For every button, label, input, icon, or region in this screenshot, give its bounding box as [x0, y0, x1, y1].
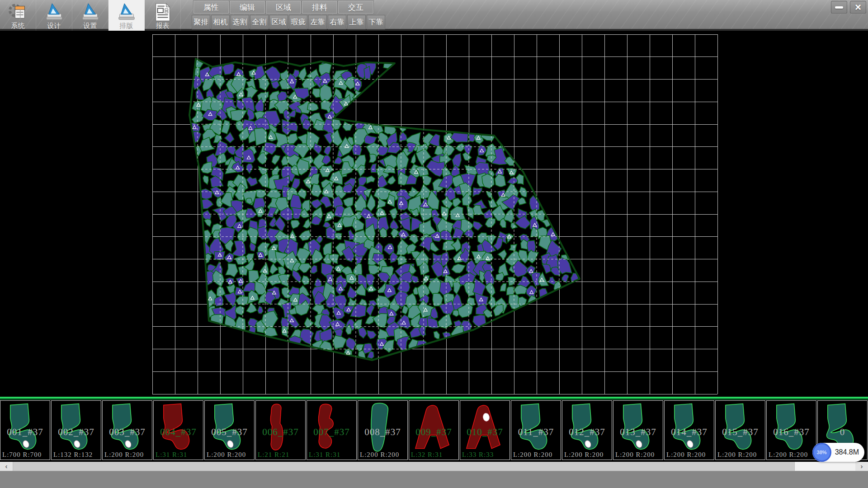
app-button-2[interactable]: 设计	[36, 0, 72, 31]
part-thumbnail-10[interactable]: 010_#37L:33 R:33	[460, 400, 510, 460]
part-thumbnail-1[interactable]: 001_#37L:700 R:700	[0, 400, 50, 460]
app-button-label: 系统	[11, 22, 25, 30]
part-shape-icon	[358, 401, 407, 460]
part-thumbnail-15[interactable]: 015_#37L:200 R:200	[715, 400, 765, 460]
window-controls: ×	[831, 1, 866, 14]
part-shape-icon	[103, 401, 152, 460]
part-thumbnail-9[interactable]: 009_#37L:32 R:31	[409, 400, 459, 460]
part-thumbnail-12[interactable]: 012_#37L:200 R:200	[562, 400, 612, 460]
menu-tab-2[interactable]: 编辑	[230, 1, 265, 14]
scrollbar-track[interactable]	[795, 462, 855, 471]
memory-usage: 384.8M	[835, 448, 859, 456]
progress-badge[interactable]: 38% 384.8M	[812, 443, 864, 462]
nesting-layout-drawing[interactable]	[0, 33, 868, 397]
tool-button-7[interactable]: 左靠	[308, 15, 327, 29]
menu-tab-4[interactable]: 排料	[302, 1, 337, 14]
tool-button-3[interactable]: 选割	[231, 15, 249, 29]
part-shape-icon	[205, 401, 254, 460]
app-button-label: 排版	[120, 22, 133, 30]
tool-button-10[interactable]: 下靠	[367, 15, 385, 29]
app-button-3[interactable]: 设置	[72, 0, 108, 31]
part-shape-icon	[767, 401, 816, 460]
part-thumbnail-13[interactable]: 013_#37L:200 R:200	[613, 400, 663, 460]
tool-button-9[interactable]: 上靠	[347, 15, 366, 29]
part-thumbnail-14[interactable]: 014_#37L:200 R:200	[664, 400, 714, 460]
part-shape-icon	[665, 401, 714, 460]
app-launcher: 系统设计设置排版报表	[0, 0, 181, 31]
part-thumbnail-7[interactable]: 007_#37L:31 R:31	[307, 400, 357, 460]
parts-list: 001_#37L:700 R:700002_#37L:132 R:132003_…	[0, 399, 868, 462]
nesting-canvas[interactable]	[0, 33, 868, 397]
app-button-label: 报表	[156, 22, 170, 30]
minimize-button[interactable]	[831, 1, 847, 14]
progress-circle: 38%	[812, 443, 831, 462]
app-button-5[interactable]: 报表	[145, 0, 181, 31]
app-button-label: 设置	[84, 22, 97, 30]
status-bar	[0, 471, 868, 488]
tool-button-1[interactable]: 聚排	[192, 15, 210, 29]
part-shape-icon	[460, 401, 509, 460]
part-thumbnail-4[interactable]: 004_#37L:31 R:31	[153, 400, 203, 460]
part-thumbnail-6[interactable]: 006_#37L:21 R:21	[255, 400, 306, 460]
close-icon: ×	[855, 2, 861, 13]
scroll-left-arrow[interactable]: ‹	[0, 462, 13, 471]
part-thumbnail-16[interactable]: 016_#37L:200 R:200	[766, 400, 816, 460]
close-button[interactable]: ×	[850, 1, 866, 14]
tool-button-5[interactable]: 区域	[269, 15, 288, 29]
toolbar: 系统设计设置排版报表 属性编辑区域排料交互 聚排相机选割全割区域瑕疵左靠右靠上靠…	[0, 0, 868, 31]
settings-ruler-icon	[80, 2, 101, 22]
part-shape-icon	[52, 401, 101, 460]
menu-tab-3[interactable]: 区域	[266, 1, 301, 14]
part-thumbnail-8[interactable]: 008_#37L:200 R:200	[358, 400, 408, 460]
menu-tab-1[interactable]: 属性	[193, 1, 229, 14]
tool-bar: 聚排相机选割全割区域瑕疵左靠右靠上靠下靠	[192, 15, 386, 29]
design-ruler-icon	[44, 2, 65, 22]
app-button-1[interactable]: 系统	[0, 0, 36, 31]
application-window: 系统设计设置排版报表 属性编辑区域排料交互 聚排相机选割全割区域瑕疵左靠右靠上靠…	[0, 0, 868, 488]
report-doc-icon	[152, 2, 173, 22]
minimize-icon	[835, 6, 843, 9]
horizontal-scrollbar[interactable]: ‹ ›	[0, 462, 868, 471]
scroll-right-arrow[interactable]: ›	[855, 462, 868, 471]
part-thumbnail-11[interactable]: 011_#37L:200 R:200	[511, 400, 561, 460]
tool-button-4[interactable]: 全割	[250, 15, 269, 29]
part-shape-icon	[0, 401, 50, 460]
part-shape-icon	[256, 401, 305, 460]
system-gear-icon	[8, 2, 28, 22]
tool-button-6[interactable]: 瑕疵	[289, 15, 307, 29]
part-shape-icon	[154, 401, 203, 460]
app-button-4[interactable]: 排版	[108, 0, 145, 31]
scrollbar-thumb[interactable]	[13, 462, 795, 471]
part-shape-icon	[511, 401, 561, 460]
part-shape-icon	[562, 401, 612, 460]
part-shape-icon	[409, 401, 458, 460]
part-thumbnail-5[interactable]: 005_#37L:200 R:200	[204, 400, 255, 460]
menu-bar: 属性编辑区域排料交互	[193, 1, 374, 14]
nesting-ruler-icon	[116, 2, 137, 22]
part-thumbnail-2[interactable]: 002_#37L:132 R:132	[51, 400, 101, 460]
menu-tab-5[interactable]: 交互	[338, 1, 373, 14]
part-shape-icon	[613, 401, 663, 460]
app-button-label: 设计	[47, 22, 61, 30]
parts-strip: 001_#37L:700 R:700002_#37L:132 R:132003_…	[0, 397, 868, 462]
part-shape-icon	[716, 401, 765, 460]
part-thumbnail-3[interactable]: 003_#37L:200 R:200	[102, 400, 152, 460]
tool-button-2[interactable]: 相机	[211, 15, 230, 29]
part-shape-icon	[307, 401, 356, 460]
tool-button-8[interactable]: 右靠	[328, 15, 346, 29]
